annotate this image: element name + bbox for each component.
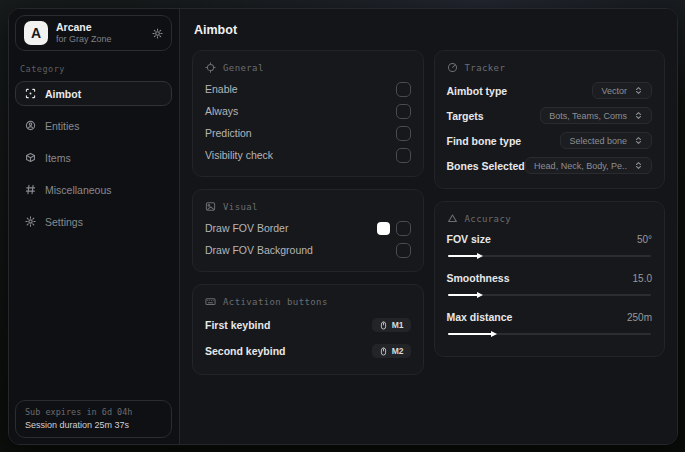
setting-row-enable: Enable [205,78,411,100]
second-keybind-button[interactable]: M2 [372,344,411,358]
fov-size-slider[interactable] [448,255,652,257]
slider-value: 50° [637,234,652,245]
setting-label: Draw FOV Background [205,244,313,256]
visual-card-title: Visual [223,202,258,212]
accuracy-card: Accuracy FOV size 50° Smoothness [434,201,666,357]
accuracy-card-title: Accuracy [465,214,512,224]
dropdown-value: Head, Neck, Body, Pe.. [534,161,627,171]
keybind-value: M1 [392,320,404,330]
app-logo-card: A Arcane for Gray Zone [15,15,172,51]
find-bone-type-dropdown[interactable]: Selected bone [560,132,652,149]
sidebar-item-label: Items [45,152,71,164]
setting-row-targets: Targets Bots, Teams, Coms [447,103,653,128]
sidebar-item-miscellaneous[interactable]: Miscellaneous [15,177,172,202]
triangle-icon [447,213,458,224]
app-subtitle: for Gray Zone [56,34,112,45]
crosshair-icon [205,62,216,73]
sidebar-item-items[interactable]: Items [15,145,172,170]
settings-gear-icon [25,216,36,227]
setting-row-aimbot-type: Aimbot type Vector [447,78,653,103]
setting-row-visibility-check: Visibility check [205,144,411,166]
slider-fill[interactable] [448,333,493,335]
sidebar-item-entities[interactable]: Entities [15,113,172,138]
dropdown-value: Selected bone [569,136,627,146]
setting-label: Bones Selected [447,160,525,172]
prediction-checkbox[interactable] [396,126,411,141]
app-window: A Arcane for Gray Zone Category [8,8,678,445]
draw-fov-background-checkbox[interactable] [396,243,411,258]
setting-row-find-bone-type: Find bone type Selected bone [447,128,653,153]
session-duration-text: Session duration 25m 37s [25,420,162,430]
slider-label: Max distance [447,311,513,323]
tracker-card: Tracker Aimbot type Vector [434,50,666,189]
entities-icon [25,120,36,131]
sidebar-item-label: Entities [45,120,79,132]
keyboard-icon [205,296,216,307]
mouse-icon [379,347,388,356]
setting-label: Enable [205,83,238,95]
bones-selected-dropdown[interactable]: Head, Neck, Body, Pe.. [525,157,652,174]
chevrons-up-down-icon [634,86,643,95]
setting-label: Find bone type [447,135,522,147]
draw-fov-border-checkbox[interactable] [396,221,411,236]
visibility-check-checkbox[interactable] [396,148,411,163]
setting-label: Always [205,105,238,117]
slider-label: FOV size [447,233,491,245]
setting-label: Targets [447,110,484,122]
fov-border-color-swatch[interactable] [377,222,390,235]
miscellaneous-icon [25,184,36,195]
setting-label: Second keybind [205,345,286,357]
enable-checkbox[interactable] [396,82,411,97]
setting-row-prediction: Prediction [205,122,411,144]
setting-row-always: Always [205,100,411,122]
slider-group-max-distance: Max distance 250m [447,307,653,335]
sidebar-item-label: Settings [45,216,83,228]
slider-fill[interactable] [448,294,479,296]
setting-label: First keybind [205,319,270,331]
activation-card-title: Activation buttons [223,297,328,307]
radar-icon [447,62,458,73]
smoothness-slider[interactable] [448,294,652,296]
dropdown-value: Bots, Teams, Coms [549,111,627,121]
slider-group-smoothness: Smoothness 15.0 [447,268,653,296]
items-icon [25,152,36,163]
setting-label: Visibility check [205,149,273,161]
general-card: General Enable Always Prediction [192,50,424,177]
setting-row-first-keybind: First keybind M1 [205,312,411,338]
page-title: Aimbot [194,23,665,37]
max-distance-slider[interactable] [448,333,652,335]
slider-group-fov-size: FOV size 50° [447,229,653,257]
dropdown-value: Vector [601,86,627,96]
setting-row-second-keybind: Second keybind M2 [205,338,411,364]
setting-row-draw-fov-border: Draw FOV Border [205,217,411,239]
category-label: Category [20,64,167,74]
sidebar-item-settings[interactable]: Settings [15,209,172,234]
mouse-icon [379,321,388,330]
setting-label: Draw FOV Border [205,222,288,234]
always-checkbox[interactable] [396,104,411,119]
sidebar-nav: Aimbot Entities [15,81,172,234]
slider-label: Smoothness [447,272,510,284]
aimbot-type-dropdown[interactable]: Vector [592,82,652,99]
gear-icon[interactable] [152,28,163,39]
app-logo: A [24,21,48,45]
targets-dropdown[interactable]: Bots, Teams, Coms [540,107,652,124]
chevrons-up-down-icon [634,161,643,170]
sidebar-item-aimbot[interactable]: Aimbot [15,81,172,106]
sidebar-item-label: Miscellaneous [45,184,112,196]
sidebar-item-label: Aimbot [45,88,81,100]
slider-value: 15.0 [633,273,652,284]
setting-label: Aimbot type [447,85,508,97]
chevrons-up-down-icon [634,136,643,145]
sidebar: A Arcane for Gray Zone Category [9,9,179,444]
setting-row-bones-selected: Bones Selected Head, Neck, Body, Pe.. [447,153,653,178]
image-icon [205,201,216,212]
setting-label: Prediction [205,127,252,139]
chevrons-up-down-icon [634,111,643,120]
first-keybind-button[interactable]: M1 [372,318,411,332]
keybind-value: M2 [392,346,404,356]
slider-fill[interactable] [448,255,479,257]
tracker-card-title: Tracker [465,63,506,73]
setting-row-draw-fov-background: Draw FOV Background [205,239,411,261]
visual-card: Visual Draw FOV Border Draw FOV Backgrou… [192,189,424,272]
